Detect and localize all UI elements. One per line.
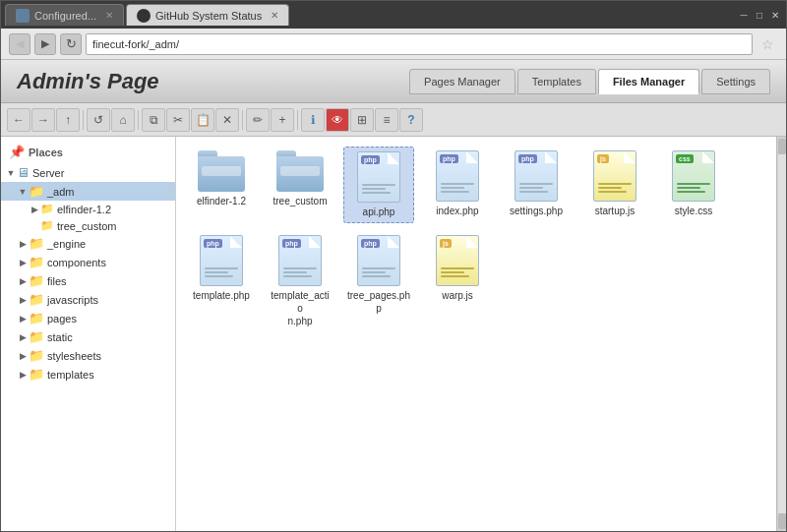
file-item-warp-js[interactable]: js warp.js: [422, 231, 493, 331]
templates-label: templates: [47, 369, 94, 381]
file-item-template-action-php[interactable]: php template_action.php: [265, 231, 335, 331]
toggle-engine[interactable]: ▶: [17, 239, 29, 249]
tab-files-manager[interactable]: Files Manager: [598, 69, 699, 94]
js-icon-startup: js: [593, 150, 636, 202]
file-label-index-php: index.php: [436, 205, 478, 217]
scroll-track: [778, 154, 786, 513]
file-label-style-css: style.css: [675, 205, 712, 217]
tool-list-view[interactable]: ≡: [375, 108, 398, 132]
tool-new-folder[interactable]: +: [271, 108, 294, 132]
tool-info[interactable]: ℹ: [301, 108, 325, 132]
sidebar-item-stylesheets[interactable]: ▶ 📁 stylesheets: [1, 346, 175, 365]
tool-help[interactable]: ?: [399, 108, 423, 132]
toggle-stylesheets[interactable]: ▶: [17, 351, 29, 361]
scrollbar-right[interactable]: [776, 137, 786, 531]
tab1-close[interactable]: ✕: [105, 10, 113, 21]
tool-delete[interactable]: ✕: [215, 108, 239, 132]
tool-up[interactable]: ↑: [56, 108, 80, 132]
tab2-close[interactable]: ✕: [271, 10, 278, 21]
toggle-templates[interactable]: ▶: [17, 370, 29, 380]
sidebar-item-javascripts[interactable]: ▶ 📁 javascripts: [1, 290, 175, 309]
tool-rename[interactable]: ✏: [246, 108, 270, 132]
tool-copy[interactable]: ⧉: [142, 108, 165, 132]
file-item-style-css[interactable]: css style.css: [658, 147, 729, 223]
toggle-server[interactable]: ▼: [5, 168, 17, 178]
places-header: 📌 Places: [1, 141, 175, 163]
file-item-settings-php[interactable]: php settings.php: [501, 147, 572, 223]
scroll-down-btn[interactable]: [778, 513, 786, 529]
file-item-index-php[interactable]: php index.php: [422, 147, 493, 223]
pages-label: pages: [47, 313, 77, 325]
tool-home[interactable]: ⌂: [111, 108, 135, 132]
server-icon: 🖥: [17, 165, 30, 180]
toggle-javascripts[interactable]: ▶: [17, 295, 29, 305]
file-label-elfinder: elfinder-1.2: [197, 195, 246, 207]
close-button[interactable]: ✕: [768, 8, 782, 22]
tab2-label: GitHub System Status: [155, 10, 262, 22]
php-icon-template-action: php: [278, 235, 322, 286]
toggle-static[interactable]: ▶: [17, 332, 29, 342]
sidebar-item-elfinder[interactable]: ▶ 📁 elfinder-1.2: [1, 201, 175, 217]
tool-cut[interactable]: ✂: [166, 108, 190, 132]
toggle-pages[interactable]: ▶: [17, 314, 29, 324]
back-button[interactable]: ◀: [9, 33, 30, 55]
js-icon-warp: js: [436, 235, 479, 286]
file-item-tree-pages-php[interactable]: php tree_pages.php: [343, 231, 414, 331]
file-item-elfinder[interactable]: elfinder-1.2: [186, 147, 257, 223]
file-label-tree-pages-php: tree_pages.php: [347, 289, 410, 315]
adm-label: _adm: [47, 186, 75, 198]
browser-frame: Configured... ✕ GitHub System Status ✕ ─…: [0, 0, 787, 532]
engine-label: _engine: [47, 238, 86, 250]
sidebar-item-adm[interactable]: ▼ 📁 _adm: [1, 182, 175, 201]
minimize-button[interactable]: ─: [737, 8, 751, 22]
sidebar-item-tree-custom[interactable]: 📁 tree_custom: [1, 217, 175, 234]
sidebar-item-templates[interactable]: ▶ 📁 templates: [1, 365, 175, 384]
tab-settings[interactable]: Settings: [701, 69, 770, 94]
tab-templates[interactable]: Templates: [517, 69, 596, 94]
toggle-adm[interactable]: ▼: [17, 187, 29, 197]
title-bar: Configured... ✕ GitHub System Status ✕ ─…: [1, 1, 786, 29]
tab-pages-manager[interactable]: Pages Manager: [409, 69, 515, 94]
toggle-files[interactable]: ▶: [17, 276, 29, 286]
bookmark-button[interactable]: ☆: [757, 33, 778, 55]
php-icon-template: php: [200, 235, 243, 286]
reload-button[interactable]: ↻: [60, 33, 82, 55]
places-icon: 📌: [9, 145, 25, 159]
tool-paste[interactable]: 📋: [191, 108, 214, 132]
tab2-favicon: [137, 9, 151, 23]
tool-back[interactable]: ←: [7, 108, 30, 132]
file-item-api-php[interactable]: php api.php: [343, 147, 414, 223]
toolbar: ← → ↑ ↺ ⌂ ⧉ ✂ 📋 ✕ ✏ + ℹ 👁 ⊞ ≡ ?: [1, 103, 786, 137]
forward-button[interactable]: ▶: [34, 33, 56, 55]
sidebar-item-server[interactable]: ▼ 🖥 Server: [1, 163, 175, 182]
file-item-tree-custom[interactable]: tree_custom: [265, 147, 335, 223]
stylesheets-label: stylesheets: [47, 350, 101, 362]
tool-sep-4: [297, 110, 298, 130]
sidebar-item-static[interactable]: ▶ 📁 static: [1, 327, 175, 346]
sidebar-item-pages[interactable]: ▶ 📁 pages: [1, 309, 175, 327]
toggle-elfinder[interactable]: ▶: [29, 205, 40, 214]
tab1-favicon: [16, 9, 30, 23]
php-icon-tree-pages: php: [357, 235, 400, 286]
maximize-button[interactable]: □: [753, 8, 766, 22]
tool-reload[interactable]: ↺: [87, 108, 110, 132]
sidebar: 📌 Places ▼ 🖥 Server ▼ 📁 _adm ▶: [1, 137, 176, 531]
browser-tab-1[interactable]: Configured... ✕: [5, 4, 124, 26]
scroll-up-btn[interactable]: [778, 139, 786, 154]
file-item-startup-js[interactable]: js startup.js: [579, 147, 650, 223]
file-label-settings-php: settings.php: [510, 205, 563, 217]
tool-grid-view[interactable]: ⊞: [350, 108, 374, 132]
elfinder-label: elfinder-1.2: [57, 204, 111, 215]
tool-preview[interactable]: 👁: [326, 108, 349, 132]
address-input[interactable]: [86, 33, 753, 55]
sidebar-item-components[interactable]: ▶ 📁 components: [1, 253, 175, 271]
window-controls: ─ □ ✕: [737, 8, 782, 22]
file-item-template-php[interactable]: php template.php: [186, 231, 257, 331]
sidebar-item-engine[interactable]: ▶ 📁 _engine: [1, 234, 175, 253]
sidebar-item-files[interactable]: ▶ 📁 files: [1, 271, 175, 290]
tool-forward[interactable]: →: [31, 108, 55, 132]
content-area: Admin's Page Pages Manager Templates Fil…: [1, 60, 786, 531]
browser-tab-2[interactable]: GitHub System Status ✕: [126, 4, 289, 26]
server-label: Server: [32, 167, 64, 179]
toggle-components[interactable]: ▶: [17, 258, 29, 267]
